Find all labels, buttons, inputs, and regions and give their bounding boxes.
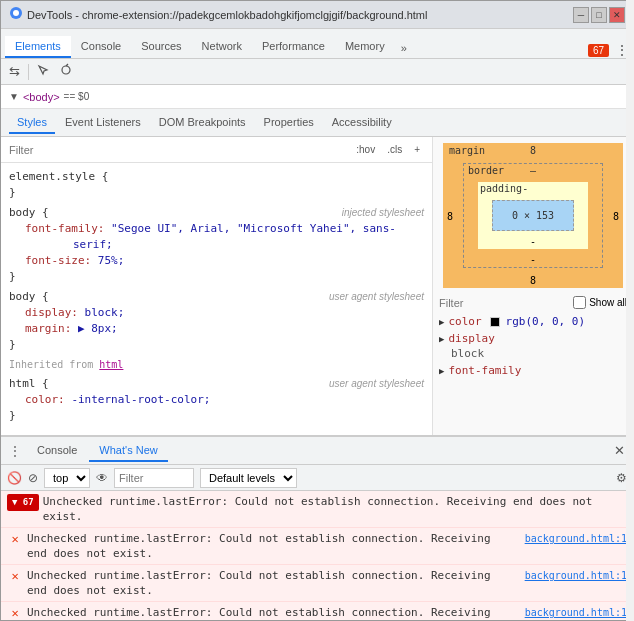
font-family-name[interactable]: font-family: — [25, 222, 104, 235]
console-msg-2: ✕ Unchecked runtime.lastError: Could not… — [1, 565, 633, 602]
hov-button[interactable]: :hov — [352, 142, 379, 157]
sub-tab-styles[interactable]: Styles — [9, 112, 55, 134]
display-prop: display: block; — [9, 305, 424, 321]
font-family-computed-row[interactable]: ▶ font-family — [439, 362, 627, 379]
right-panel: margin 8 8 8 8 border – padding- — [433, 137, 633, 435]
html-close: } — [9, 409, 16, 422]
error-icon-2: ✕ — [7, 568, 23, 584]
tab-network[interactable]: Network — [192, 36, 252, 58]
tab-console[interactable]: Console — [71, 36, 131, 58]
maximize-button[interactable]: □ — [591, 7, 607, 23]
error-x-icon-2: ✕ — [11, 569, 18, 584]
color-value: -internal-root-color; — [71, 393, 210, 406]
element-style-rule: element.style { } — [1, 167, 432, 203]
breadcrumb-toggle-icon[interactable]: ▼ — [9, 91, 19, 102]
font-family-prop: font-family: "Segoe UI", Arial, "Microso… — [9, 221, 424, 253]
svg-line-3 — [66, 64, 68, 66]
font-family-expand-arrow: ▶ — [439, 366, 444, 376]
show-all-checkbox[interactable] — [573, 296, 586, 309]
font-size-prop: font-size: 75%; — [9, 253, 424, 269]
sub-tabs: Styles Event Listeners DOM Breakpoints P… — [1, 109, 633, 137]
color-computed-row[interactable]: ▶ color rgb(0, 0, 0) — [439, 313, 627, 330]
console-filter-input[interactable] — [114, 468, 194, 488]
margin-name[interactable]: margin: — [25, 322, 71, 335]
clear-console-button[interactable]: 🚫 — [7, 471, 22, 485]
bottom-tab-whats-new[interactable]: What's New — [89, 440, 167, 462]
msg-link-2[interactable]: background.html:1 — [517, 568, 627, 583]
border-box: border – padding- 0 × 153 - - — [463, 163, 603, 268]
msg-link-1[interactable]: background.html:1 — [517, 531, 627, 546]
body-injected-rule: body { injected stylesheet font-family: … — [1, 203, 432, 287]
body-injected-selector: body { — [9, 206, 49, 219]
margin-label: margin — [449, 145, 485, 156]
eye-icon[interactable]: 👁 — [96, 471, 108, 485]
tab-sources[interactable]: Sources — [131, 36, 191, 58]
filter-input[interactable] — [9, 144, 348, 156]
display-value-row: block — [439, 347, 627, 362]
filter-bar: :hov .cls + — [1, 137, 432, 163]
error-icon-3: ✕ — [7, 605, 23, 620]
display-prop-key: display — [448, 332, 494, 345]
display-name[interactable]: display: — [25, 306, 78, 319]
tab-performance[interactable]: Performance — [252, 36, 335, 58]
sub-tab-event-listeners[interactable]: Event Listeners — [57, 112, 149, 134]
color-prop-key: color — [448, 315, 481, 328]
cursor-icon[interactable]: ⇆ — [7, 62, 22, 81]
sub-tab-accessibility[interactable]: Accessibility — [324, 112, 400, 134]
font-family-value-2: serif; — [25, 238, 113, 251]
sub-tab-dom-breakpoints[interactable]: DOM Breakpoints — [151, 112, 254, 134]
computed-filter-input[interactable] — [439, 297, 509, 309]
computed-filter-row: Show all — [439, 296, 627, 309]
console-msg-3: ✕ Unchecked runtime.lastError: Could not… — [1, 602, 633, 620]
error-count-badge-msg: ▼ 67 — [7, 494, 39, 511]
cls-button[interactable]: .cls — [383, 142, 406, 157]
border-bottom-dash: - — [530, 254, 536, 265]
margin-prop: margin: ▶ 8px; — [9, 321, 424, 337]
tab-memory[interactable]: Memory — [335, 36, 395, 58]
display-computed-row[interactable]: ▶ display — [439, 330, 627, 347]
padding-label: padding- — [480, 183, 528, 194]
inspect-icon[interactable] — [35, 62, 53, 82]
body-useragent-rule: body { user agent stylesheet display: bl… — [1, 287, 432, 355]
inherited-html-tag[interactable]: html — [99, 359, 123, 370]
margin-value-top: 8 — [530, 145, 536, 156]
tab-elements[interactable]: Elements — [5, 36, 71, 58]
console-filter-icon[interactable]: ⊘ — [28, 471, 38, 485]
margin-right-value: 8 — [613, 210, 619, 221]
bottom-drag-handle[interactable]: ⋮ — [9, 444, 21, 458]
color-name[interactable]: color: — [25, 393, 65, 406]
breadcrumb: ▼ <body> == $0 — [1, 85, 633, 109]
show-all-text: Show all — [589, 297, 627, 308]
level-selector[interactable]: Default levels — [200, 468, 297, 488]
element-style-close: } — [9, 186, 16, 199]
top-tabs: Elements Console Sources Network Perform… — [1, 29, 633, 59]
msg-text-1: Unchecked runtime.lastError: Could not e… — [27, 531, 517, 561]
add-style-button[interactable]: + — [410, 142, 424, 157]
close-bottom-panel-button[interactable]: ✕ — [614, 443, 625, 458]
content-box: 0 × 153 — [492, 200, 574, 231]
bottom-tab-console[interactable]: Console — [27, 440, 87, 462]
bottom-tabs: ⋮ Console What's New ✕ — [1, 437, 633, 465]
element-style-selector: element.style { — [9, 170, 108, 183]
inherited-label: Inherited from html — [1, 355, 432, 374]
breadcrumb-eq: == $0 — [64, 91, 90, 102]
font-size-name[interactable]: font-size: — [25, 254, 91, 267]
msg-link-3[interactable]: background.html:1 — [517, 605, 627, 620]
color-expand-arrow: ▶ — [439, 317, 444, 327]
close-button[interactable]: ✕ — [609, 7, 625, 23]
toolbar: ⇆ — [1, 59, 633, 85]
content-area: Styles Event Listeners DOM Breakpoints P… — [1, 109, 633, 620]
breadcrumb-body-tag[interactable]: <body> — [23, 91, 60, 103]
user-agent-source: user agent stylesheet — [329, 289, 424, 305]
sub-tab-properties[interactable]: Properties — [256, 112, 322, 134]
more-tabs-button[interactable]: » — [395, 38, 413, 58]
right-scrollbar[interactable] — [626, 137, 633, 435]
toolbar-sep-1 — [28, 64, 29, 80]
html-ua-source: user agent stylesheet — [329, 376, 424, 392]
context-selector[interactable]: top — [44, 468, 90, 488]
favicon-icon — [9, 6, 23, 23]
show-all-label[interactable]: Show all — [573, 296, 627, 309]
minimize-button[interactable]: ─ — [573, 7, 589, 23]
first-msg-text: Unchecked runtime.lastError: Could not e… — [43, 494, 627, 524]
refresh-icon[interactable] — [57, 61, 75, 82]
